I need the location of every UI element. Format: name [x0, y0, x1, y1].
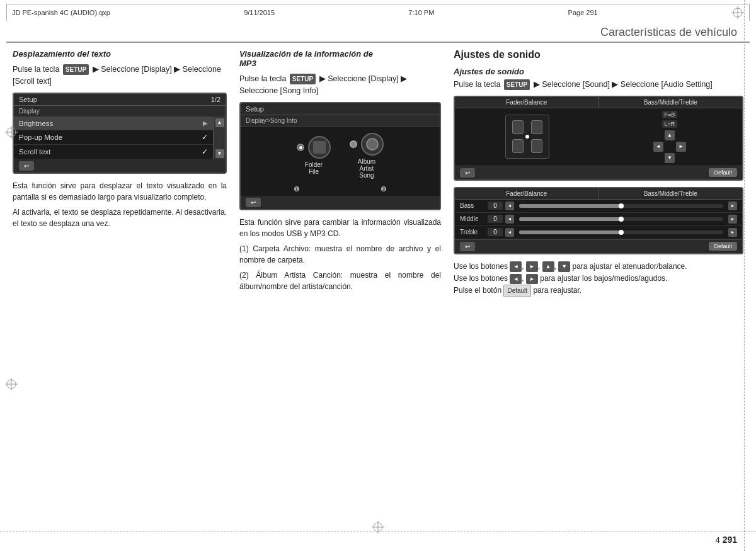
middle-slider [519, 217, 723, 221]
bottom-line2: Use los botones ◄, ► para ajustar los ba… [454, 273, 743, 285]
car-diagram [505, 115, 549, 159]
audio-back-row2: ↩ Default [455, 239, 742, 253]
seat-rear-right [531, 139, 542, 153]
fb-row: F=B [662, 111, 678, 118]
num2: ❷ [381, 185, 387, 193]
right-main-heading: Ajustes de sonido [454, 49, 743, 60]
main-content: Desplazamiento del texto Pulse la tecla … [0, 43, 756, 304]
treble-slider-thumb [619, 230, 624, 235]
top-bar: JD PE-spanish 4C (AUDIO).qxp 9/11/2015 7… [6, 4, 750, 21]
left-body1: Esta función sirve para desplazar el tex… [13, 180, 227, 203]
treble-arr-left[interactable]: ◄ [505, 228, 514, 237]
bottom-text-section: Use los botones ◄, ►, ▲, ▼ para ajustar … [454, 261, 743, 297]
audio-screen2: Fader/Balance Bass/Middle/Treble Bass 0 … [454, 187, 743, 254]
fb-controls: F=B L=R [662, 111, 678, 128]
down-arrow-btn[interactable]: ▼ [665, 153, 675, 163]
bottom-line1: Use los botones ◄, ►, ▲, ▼ para ajustar … [454, 261, 743, 273]
fader-tab: Fader/Balance [455, 97, 599, 108]
screen-titlebar-middle: Setup [241, 103, 440, 115]
bottom-crosshair-icon [372, 521, 384, 533]
treble-label: Treble [460, 229, 485, 236]
right-margin-line [744, 0, 745, 551]
middle-screen-mockup: Setup Display>Song Info [239, 102, 441, 210]
back-button-audio1[interactable]: ↩ [460, 168, 475, 178]
screen-rows: Brightness ▶ Pop-up Mode ✓ Scroll text ✓ [14, 117, 213, 159]
screen-row-popup: Pop-up Mode ✓ [14, 130, 213, 145]
setup-badge-right: SETUP [504, 79, 530, 90]
bass-tab: Bass/Middle/Treble [599, 97, 743, 108]
middle-instruction: Pulse la tecla SETUP ▶ Seleccione [Displ… [239, 73, 441, 97]
back-button-middle[interactable]: ↩ [246, 198, 261, 207]
default-button2[interactable]: Default [709, 242, 737, 251]
left-crosshair-bottom-icon [5, 378, 18, 390]
arrow-buttons: ▲ ◄ ► ▼ [653, 130, 686, 163]
left-screen-mockup: Setup 1/2 Display Brightness ▶ Pop-up Mo… [13, 93, 227, 174]
scroll-down-btn[interactable]: ▼ [215, 149, 224, 158]
default-inline-btn[interactable]: Default [503, 285, 531, 297]
page-label: Page 291 [568, 9, 598, 16]
audio-fader-body: F=B L=R ▲ ◄ ► ▼ [455, 108, 742, 166]
screen-subtitle-middle: Display>Song Info [241, 115, 440, 127]
bass-arr-right[interactable]: ► [728, 202, 737, 210]
right-arrow-btn[interactable]: ► [676, 142, 686, 152]
back-button-left[interactable]: ↩ [19, 161, 34, 171]
fader-tab2: Fader/Balance [455, 188, 599, 199]
screen-title-left: Setup [19, 96, 37, 103]
btn-up[interactable]: ▲ [542, 261, 554, 271]
middle-row: Middle 0 ◄ ► [455, 213, 742, 226]
screen-titlebar-left: Setup 1/2 [14, 94, 226, 106]
treble-arr-right[interactable]: ► [728, 228, 737, 237]
bass-tab2: Bass/Middle/Treble [599, 188, 743, 199]
page-number-block: 4 291 [715, 535, 737, 545]
song-info-item1: Folder File [297, 136, 331, 175]
bass-slider-track [519, 204, 621, 208]
folder-icon [308, 136, 331, 159]
screen-back-left: ↩ [14, 159, 226, 173]
item1-radio [297, 144, 304, 151]
btn-right2[interactable]: ► [526, 274, 538, 284]
setup-badge-middle: SETUP [290, 74, 316, 84]
btn-left2[interactable]: ◄ [510, 274, 522, 284]
audio-screen2-header: Fader/Balance Bass/Middle/Treble [455, 188, 742, 200]
left-crosshair-top [5, 126, 18, 140]
num-badges: ❶ ❷ [241, 185, 440, 196]
up-arrow-btn[interactable]: ▲ [665, 130, 675, 140]
bass-value: 0 [488, 202, 503, 210]
screen-display-label: Display [14, 106, 226, 117]
right-instruction: Pulse la tecla SETUP ▶ Seleccione [Sound… [454, 79, 743, 91]
item2-label: Album Artist Song [358, 158, 375, 179]
treble-row: Treble 0 ◄ ► [455, 226, 742, 239]
back-button-audio2[interactable]: ↩ [460, 242, 475, 251]
middle-arr-right[interactable]: ► [728, 215, 737, 224]
audio-back-row1: ↩ Default [455, 166, 742, 179]
seat-front-left [512, 120, 524, 134]
dot-indicator [525, 135, 529, 139]
fader-right: F=B L=R ▲ ◄ ► ▼ [600, 111, 740, 163]
footer-chapter: 4 [715, 535, 719, 545]
left-instruction: Pulse la tecla SETUP ▶ Seleccione [Displ… [13, 64, 227, 88]
screen-row-brightness: Brightness ▶ [14, 117, 213, 130]
left-arrow-btn[interactable]: ◄ [653, 142, 663, 152]
bottom-crosshair [372, 521, 384, 535]
middle-list1: (1) Carpeta Archivo: muestra el nombre d… [239, 243, 441, 266]
middle-arr-left[interactable]: ◄ [505, 215, 514, 224]
middle-list2: (2) Álbum Artista Canción: muestra el no… [239, 270, 441, 292]
album-icon [361, 133, 384, 156]
scroll-up-btn[interactable]: ▲ [215, 118, 224, 127]
lr-row: L=R [662, 120, 678, 128]
btn-right[interactable]: ► [526, 261, 538, 271]
crosshair-icon [731, 6, 744, 19]
bass-arr-left[interactable]: ◄ [505, 202, 514, 210]
btn-down[interactable]: ▼ [558, 261, 570, 271]
default-button1[interactable]: Default [709, 168, 737, 177]
seat-rear-left [512, 139, 524, 153]
item1-container [297, 136, 331, 159]
time-label: 7:10 PM [408, 9, 434, 16]
song-info-item2: Album Artist Song [350, 133, 384, 179]
screen-back-middle: ↩ [241, 196, 440, 209]
item1-radio-dot [299, 146, 302, 149]
left-section-heading: Desplazamiento del texto [13, 49, 227, 59]
btn-left[interactable]: ◄ [510, 261, 522, 271]
bass-row: Bass 0 ◄ ► [455, 200, 742, 213]
folder-icon-inner [313, 141, 326, 154]
